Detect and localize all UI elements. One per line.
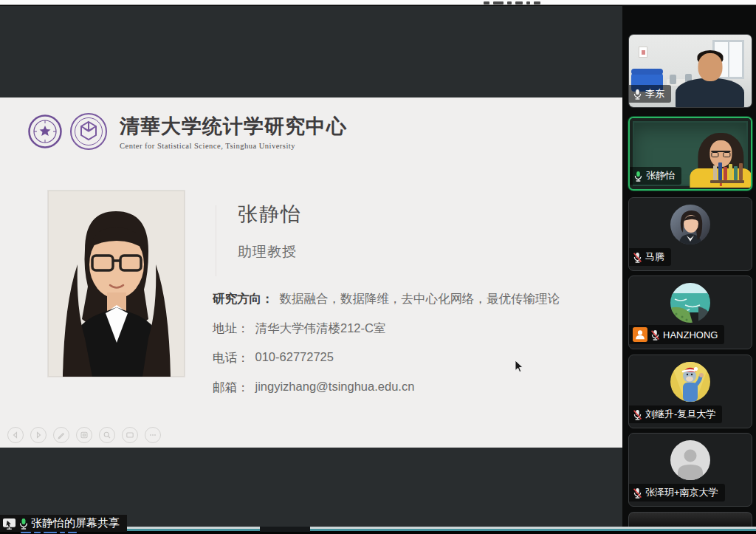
shared-screen-stage: 清華大学统计学研究中心 Center for Statistical Scien… (0, 6, 622, 534)
participants-sidebar: 李东 张静怡 (622, 6, 756, 534)
magnifier-icon[interactable] (99, 427, 115, 443)
share-banner-text: 张静怡的屏幕共享 (31, 516, 120, 530)
participant-avatar (670, 205, 710, 244)
org-titles: 清華大学统计学研究中心 Center for Statistical Scien… (120, 113, 347, 150)
mic-muted-icon (633, 487, 642, 499)
participant-name: 张泽玥+南京大学 (645, 486, 718, 499)
participant-name: 张静怡 (646, 169, 675, 182)
org-header: 清華大学统计学研究中心 Center for Statistical Scien… (28, 112, 347, 151)
participant-label: 刘继升-复旦大学 (629, 405, 722, 423)
participant-avatar (670, 283, 710, 323)
name-divider-line (216, 205, 216, 276)
field-label: 电话： (213, 350, 250, 366)
person-job-title: 助理教授 (238, 242, 297, 261)
prev-slide-button[interactable] (7, 427, 24, 443)
mic-on-icon (633, 89, 642, 100)
mic-speaking-icon (633, 171, 643, 182)
participant-label: HANZHONG (629, 325, 724, 344)
clipped-title-text-fragments (484, 1, 540, 4)
participant-label: 马腾 (629, 248, 671, 266)
profile-fields: 研究方向： 数据融合，数据降维，去中心化网络，最优传输理论 地址： 清华大学伟清… (213, 291, 560, 409)
presenter-toolbar (7, 427, 161, 443)
field-value: 数据融合，数据降维，去中心化网络，最优传输理论 (280, 291, 560, 307)
participant-name: 刘继升-复旦大学 (645, 408, 715, 421)
participant-label: 李东 (629, 85, 671, 103)
field-value: 010-62772725 (255, 350, 334, 364)
field-label: 邮箱： (213, 380, 250, 396)
participant-tile-mateng[interactable]: 马腾 (628, 197, 752, 271)
clipped-window-title-strip (0, 0, 756, 5)
field-label: 研究方向： (213, 291, 274, 307)
screen-share-icon (2, 517, 16, 530)
field-phone: 电话： 010-62772725 (213, 350, 560, 380)
participant-tile-partial[interactable] (628, 512, 752, 528)
presentation-slide: 清華大学统计学研究中心 Center for Statistical Scien… (0, 97, 622, 448)
pen-icon[interactable] (53, 427, 69, 443)
profile-photo (48, 191, 185, 377)
participant-tile-zhangjingyi[interactable]: 张静怡 (628, 117, 752, 191)
tsinghua-university-seal-logo (28, 114, 62, 148)
annotation-tools-icon[interactable] (76, 427, 92, 443)
field-email: 邮箱： jingyizhang@tsinghua.edu.cn (213, 380, 560, 409)
participant-tile-hanzhong[interactable]: HANZHONG (628, 275, 752, 349)
bookshelf (713, 162, 743, 180)
statistical-science-center-logo (69, 112, 108, 151)
mic-muted-icon (633, 252, 642, 263)
mouse-cursor (515, 360, 523, 376)
field-value: 清华大学伟清楼212-C室 (255, 321, 386, 337)
meeting-app-window: 清華大学统计学研究中心 Center for Statistical Scien… (0, 0, 756, 534)
mic-muted-icon (633, 409, 642, 420)
field-label: 地址： (213, 321, 250, 337)
field-research: 研究方向： 数据融合，数据降维，去中心化网络，最优传输理论 (213, 291, 560, 321)
wall-picture (639, 47, 647, 58)
org-title-zh: 清華大学统计学研究中心 (120, 113, 347, 140)
org-title-en: Center for Statistical Science, Tsinghua… (120, 142, 347, 150)
next-slide-button[interactable] (30, 427, 47, 443)
mic-active-icon (18, 518, 29, 530)
person-name: 张静怡 (238, 201, 302, 227)
bottom-edge-dark-fragment (260, 527, 310, 532)
screen-share-banner: 张静怡的屏幕共享 (0, 515, 127, 532)
participant-tile-lidong[interactable]: 李东 (628, 34, 752, 108)
participant-label: 张泽玥+南京大学 (629, 484, 725, 502)
display-mode-icon[interactable] (122, 427, 138, 443)
participant-avatar-default (670, 440, 710, 480)
field-value: jingyizhang@tsinghua.edu.cn (255, 380, 415, 394)
field-address: 地址： 清华大学伟清楼212-C室 (213, 321, 560, 350)
participant-name: 李东 (645, 87, 664, 100)
participant-person (676, 78, 744, 108)
participant-tile-liujisheng[interactable]: 刘继升-复旦大学 (628, 355, 752, 428)
participant-label: 张静怡 (630, 167, 681, 185)
participant-avatar (670, 362, 710, 402)
participant-name: 马腾 (645, 250, 664, 264)
mic-muted-icon (650, 329, 660, 340)
host-badge-icon (633, 327, 647, 342)
participant-name: HANZHONG (663, 329, 718, 340)
participant-tile-zhangzeyue[interactable]: 张泽玥+南京大学 (628, 433, 752, 507)
more-options-icon[interactable] (145, 427, 161, 443)
